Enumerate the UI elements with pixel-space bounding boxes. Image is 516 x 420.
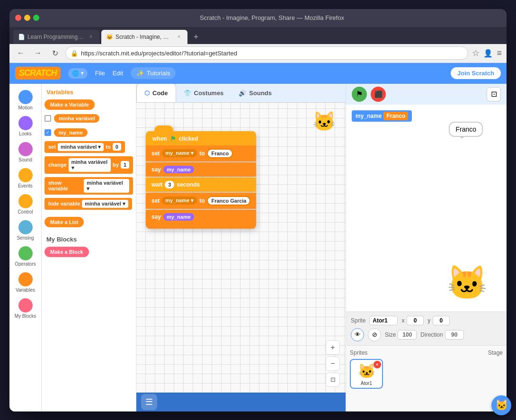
make-variable-button[interactable]: Make a Variable [44, 99, 95, 110]
sidebar-item-variables[interactable]: Variables [11, 270, 40, 295]
address-bar[interactable]: 🔒 https://scratch.mit.edu/projects/edito… [65, 46, 468, 60]
motion-dot [18, 90, 33, 104]
join-button[interactable]: Join Scratch [451, 67, 501, 79]
minimize-button[interactable] [24, 15, 30, 21]
tab1-close[interactable]: × [87, 33, 95, 41]
sidebar-item-sound[interactable]: Sound [11, 140, 40, 165]
sounds-icon: 🔊 [239, 89, 246, 97]
var1-checkbox[interactable] [44, 115, 51, 122]
bookmark-icon[interactable]: ☆ [472, 48, 480, 58]
refresh-button[interactable]: ↻ [48, 46, 62, 60]
variables-section-title: Variables [44, 89, 133, 96]
set-var-dropdown[interactable]: minha variável ▾ [58, 143, 104, 151]
tab-sounds[interactable]: 🔊 Sounds [231, 84, 279, 103]
sidebar-item-myblocks[interactable]: My Blocks [11, 296, 40, 321]
var1-pill[interactable]: minha variável [54, 114, 99, 123]
wait-seconds-val: 3 [165, 181, 174, 188]
cat-sprite-stage[interactable]: 🐱 [446, 263, 488, 302]
zoom-out-button[interactable]: − [326, 357, 340, 371]
window-title: Scratch - Imagine, Program, Share — Mozi… [43, 14, 501, 21]
header-menu: File Edit ✨ Tutorials [95, 67, 176, 79]
hat-block-when-clicked[interactable]: when ⚑ clicked [146, 131, 256, 145]
stage-toolbar: ⚑ ⬛ ⊡ [346, 84, 507, 105]
var-dropdown-myname2[interactable]: my_name ▾ [162, 197, 197, 205]
set-block[interactable]: set minha variável ▾ to 0 [44, 141, 125, 153]
forward-button[interactable]: → [31, 46, 44, 60]
sidebar-item-events[interactable]: Events [11, 166, 40, 191]
sidebar-item-sensing[interactable]: Sensing [11, 218, 40, 243]
var2-checkbox[interactable] [44, 129, 51, 136]
set-myname-francogarcia-block[interactable]: set my_name ▾ to Franco Garcia [146, 193, 256, 209]
hide-variable-block[interactable]: hide variable minha variável ▾ [44, 198, 132, 210]
sprite-y-val[interactable]: 0 [433, 316, 450, 325]
var2-pill[interactable]: my_name [54, 128, 88, 137]
extensions-button[interactable]: ☰ [141, 394, 157, 410]
sprite-x-val[interactable]: 0 [407, 316, 424, 325]
change-value[interactable]: 1 [121, 161, 129, 169]
code-area-tabs: ⬡ Code 👕 Costumes 🔊 Sounds [136, 84, 346, 103]
say-myname-block1[interactable]: say my_name [146, 162, 256, 177]
tab-code[interactable]: ⬡ Code [136, 84, 176, 103]
tab1-favicon: 📄 [18, 34, 25, 40]
sidebar-item-looks[interactable]: Looks [11, 114, 40, 139]
show-var-dropdown[interactable]: minha variável ▾ [84, 179, 129, 193]
var-dropdown-myname1[interactable]: my_name ▾ [162, 149, 197, 157]
hide-sprite-button[interactable]: ⊘ [368, 328, 381, 341]
show-sprite-button[interactable]: 👁 [351, 328, 364, 341]
sprite-props-row: 👁 ⊘ Size 100 Direction 90 [351, 328, 502, 341]
edit-menu[interactable]: Edit [113, 70, 123, 77]
scratch-main: Motion Looks Sound Events Control [9, 84, 507, 411]
wait-block[interactable]: wait 3 seconds [146, 178, 256, 192]
say-text2: say [151, 214, 161, 220]
menu-icon[interactable]: ≡ [497, 48, 502, 58]
globe-button[interactable]: 🌐 ▾ [68, 68, 88, 79]
myblocks-dot [18, 298, 33, 313]
sprite-name-input[interactable]: Ator1 [369, 316, 398, 325]
window-controls [15, 15, 39, 21]
scratch-app: SCRATCH 🌐 ▾ File Edit ✨ Tutorials Join S… [9, 63, 507, 411]
sprite-delete-button[interactable]: ✕ [374, 361, 381, 368]
zoom-reset-button[interactable]: ⊡ [326, 373, 340, 387]
add-sprite-button[interactable]: 🐱 [491, 395, 507, 411]
show-variable-block[interactable]: show variable minha variável ▾ [44, 177, 133, 195]
browser-tab-1[interactable]: 📄 Learn Programming: Data Typ… × [13, 30, 99, 44]
var2-row: my_name [44, 127, 133, 138]
operators-dot [18, 246, 33, 260]
hide-var-dropdown[interactable]: minha variável ▾ [82, 200, 128, 208]
sprite-card-ator1[interactable]: ✕ 🐱 Ator1 [350, 359, 383, 389]
say-myname-block2[interactable]: say my_name [146, 210, 256, 224]
file-menu[interactable]: File [95, 70, 105, 77]
make-list-button[interactable]: Make a List [44, 217, 84, 227]
say-var1: my_name [163, 166, 194, 173]
stage-expand-button[interactable]: ⊡ [487, 87, 501, 101]
sidebar-item-control[interactable]: Control [11, 192, 40, 217]
green-flag-button[interactable]: ⚑ [352, 87, 367, 102]
new-tab-button[interactable]: + [189, 31, 203, 44]
size-value[interactable]: 100 [398, 330, 417, 340]
say-text1: say [151, 166, 161, 173]
back-button[interactable]: ← [14, 46, 27, 60]
tutorials-button[interactable]: ✨ Tutorials [131, 67, 176, 79]
close-button[interactable] [15, 15, 21, 21]
set-text: set [151, 150, 160, 157]
change-block[interactable]: change minha variável ▾ by 1 [44, 156, 133, 174]
browser-tab-2[interactable]: 🐱 Scratch - Imagine, Program, S… × [101, 30, 187, 44]
make-block-button[interactable]: Make a Block [44, 247, 89, 257]
hide-variable-row: hide variable minha variável ▾ [44, 198, 133, 210]
set-myname-franco-block[interactable]: set my_name ▾ to Franco [146, 145, 256, 161]
tab-costumes[interactable]: 👕 Costumes [176, 84, 231, 103]
sidebar-item-operators[interactable]: Operators [11, 244, 40, 269]
set-value[interactable]: 0 [113, 143, 121, 151]
zoom-controls: + − ⊡ [326, 340, 340, 387]
scratch-header: SCRATCH 🌐 ▾ File Edit ✨ Tutorials Join S… [9, 63, 507, 84]
sounds-tab-label: Sounds [249, 89, 272, 97]
profile-icon[interactable]: 👤 [483, 49, 493, 58]
red-stop-button[interactable]: ⬛ [371, 87, 386, 102]
sidebar-item-motion[interactable]: Motion [11, 88, 40, 113]
direction-value[interactable]: 90 [445, 330, 464, 340]
zoom-in-button[interactable]: + [326, 340, 340, 355]
tab2-close[interactable]: × [175, 33, 183, 41]
change-var-dropdown[interactable]: minha variável ▾ [69, 158, 111, 172]
maximize-button[interactable] [33, 15, 39, 21]
titlebar: Scratch - Imagine, Program, Share — Mozi… [9, 9, 507, 27]
